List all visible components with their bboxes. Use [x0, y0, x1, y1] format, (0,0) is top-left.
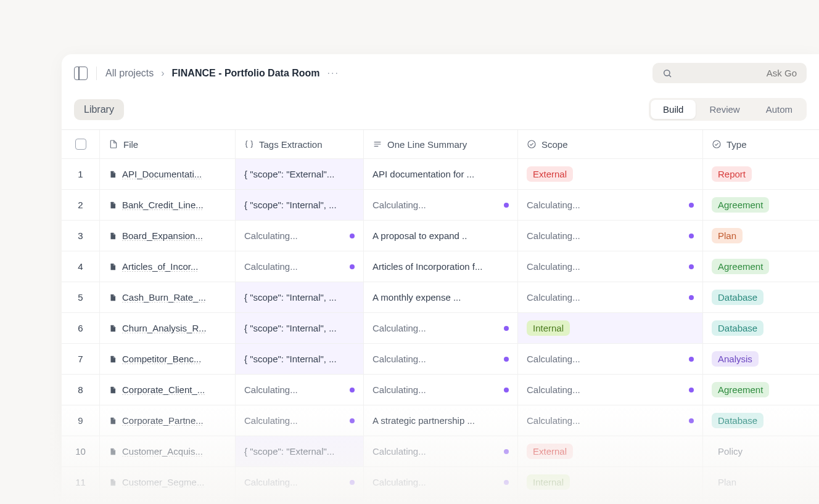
- cell-type[interactable]: Database: [703, 405, 819, 436]
- cell-tags[interactable]: Calculating...: [236, 251, 364, 282]
- col-tags[interactable]: Tags Extraction: [236, 130, 364, 158]
- cell-type[interactable]: Plan: [703, 498, 819, 504]
- cell-summary[interactable]: Calculating...: [364, 498, 518, 504]
- breadcrumb-more[interactable]: ···: [327, 68, 339, 79]
- cell-tags[interactable]: { "scope": "External"...: [236, 159, 364, 189]
- file-name[interactable]: Board_Expansion...: [122, 230, 203, 241]
- cell-file[interactable]: Cash_Burn_Rate_...: [100, 282, 236, 312]
- cell-type[interactable]: Agreement: [703, 375, 819, 405]
- col-type[interactable]: Type: [703, 130, 819, 158]
- breadcrumb-current[interactable]: FINANCE - Portfolio Data Room: [172, 68, 320, 79]
- table-row[interactable]: 4Articles_of_Incor...Calculating...Artic…: [62, 251, 819, 282]
- cell-scope[interactable]: External: [518, 159, 703, 189]
- cell-summary[interactable]: A strategic partnership ...: [364, 405, 518, 436]
- library-chip[interactable]: Library: [74, 99, 124, 120]
- tab-automate[interactable]: Autom: [754, 100, 805, 119]
- cell-scope[interactable]: Calculating...: [518, 221, 703, 251]
- cell-scope[interactable]: Internal: [518, 467, 703, 497]
- file-name[interactable]: Churn_Analysis_R...: [122, 323, 207, 333]
- cell-scope[interactable]: Calculating...: [518, 375, 703, 405]
- cell-type[interactable]: Agreement: [703, 251, 819, 282]
- checkbox-icon[interactable]: [75, 139, 86, 150]
- cell-file[interactable]: Board_Expansion...: [100, 221, 236, 251]
- cell-scope[interactable]: Calculating...: [518, 344, 703, 374]
- file-name[interactable]: Competitor_Benc...: [122, 354, 201, 364]
- cell-summary[interactable]: Calculating...: [364, 375, 518, 405]
- file-name[interactable]: Corporate_Client_...: [122, 384, 205, 395]
- cell-scope[interactable]: Calculating...: [518, 251, 703, 282]
- cell-tags[interactable]: { "scope": "Internal", ...: [236, 344, 364, 374]
- cell-summary[interactable]: Articles of Incorporation f...: [364, 251, 518, 282]
- table-row[interactable]: 1API_Documentati...{ "scope": "External"…: [62, 159, 819, 190]
- cell-file[interactable]: Articles_of_Incor...: [100, 251, 236, 282]
- cell-tags[interactable]: Calculating...: [236, 221, 364, 251]
- table-row[interactable]: 8Corporate_Client_...Calculating...Calcu…: [62, 375, 819, 405]
- cell-file[interactable]: Corporate_Partne...: [100, 405, 236, 436]
- cell-summary[interactable]: Calculating...: [364, 467, 518, 497]
- cell-summary[interactable]: A monthly expense ...: [364, 282, 518, 312]
- cell-tags[interactable]: { "scope": "Internal", ...: [236, 498, 364, 504]
- cell-tags[interactable]: { "scope": "Internal", ...: [236, 282, 364, 312]
- file-name[interactable]: Corporate_Partne...: [122, 415, 204, 426]
- col-scope[interactable]: Scope: [518, 130, 703, 158]
- cell-file[interactable]: Customer_Acquis...: [100, 436, 236, 466]
- cell-type[interactable]: Plan: [703, 467, 819, 497]
- tab-build[interactable]: Build: [651, 100, 696, 119]
- cell-tags[interactable]: Calculating...: [236, 375, 364, 405]
- cell-scope[interactable]: Calculating...: [518, 190, 703, 220]
- cell-type[interactable]: Database: [703, 282, 819, 312]
- cell-tags[interactable]: { "scope": "Internal", ...: [236, 190, 364, 220]
- file-name[interactable]: Customer_Acquis...: [122, 446, 203, 457]
- cell-type[interactable]: Database: [703, 313, 819, 343]
- cell-summary[interactable]: Calculating...: [364, 190, 518, 220]
- cell-type[interactable]: Analysis: [703, 344, 819, 374]
- cell-scope[interactable]: Internal: [518, 313, 703, 343]
- tab-review[interactable]: Review: [697, 100, 752, 119]
- file-name[interactable]: API_Documentati...: [122, 169, 202, 179]
- table-row[interactable]: 6Churn_Analysis_R...{ "scope": "Internal…: [62, 313, 819, 344]
- table-row[interactable]: 9Corporate_Partne...Calculating...A stra…: [62, 405, 819, 436]
- cell-type[interactable]: Agreement: [703, 190, 819, 220]
- breadcrumb-root[interactable]: All projects: [105, 68, 154, 79]
- table-row[interactable]: 2Bank_Credit_Line...{ "scope": "Internal…: [62, 190, 819, 221]
- cell-summary[interactable]: A proposal to expand ..: [364, 221, 518, 251]
- cell-file[interactable]: Customer_Segme...: [100, 467, 236, 497]
- cell-file[interactable]: Bank_Credit_Line...: [100, 190, 236, 220]
- search-input[interactable]: [680, 68, 797, 78]
- cell-scope[interactable]: External: [518, 436, 703, 466]
- cell-file[interactable]: Competitor_Benc...: [100, 344, 236, 374]
- file-name[interactable]: Customer_Segme...: [122, 477, 204, 487]
- table-row[interactable]: 10Customer_Acquis...{ "scope": "External…: [62, 436, 819, 467]
- file-name[interactable]: Articles_of_Incor...: [122, 261, 198, 272]
- select-all-cell[interactable]: [62, 130, 100, 158]
- cell-summary[interactable]: Calculating...: [364, 344, 518, 374]
- col-file[interactable]: File: [100, 130, 236, 158]
- file-name[interactable]: Bank_Credit_Line...: [122, 200, 204, 210]
- cell-summary[interactable]: Calculating...: [364, 313, 518, 343]
- file-name[interactable]: Cash_Burn_Rate_...: [122, 292, 206, 303]
- table-row[interactable]: 12Data_Security_Pol...{ "scope": "Intern…: [62, 498, 819, 504]
- search-box[interactable]: [652, 63, 807, 83]
- cell-file[interactable]: Churn_Analysis_R...: [100, 313, 236, 343]
- cell-scope[interactable]: Calculating...: [518, 405, 703, 436]
- cell-summary[interactable]: API documentation for ...: [364, 159, 518, 189]
- table-row[interactable]: 3Board_Expansion...Calculating...A propo…: [62, 221, 819, 251]
- cell-tags[interactable]: { "scope": "External"...: [236, 436, 364, 466]
- table-row[interactable]: 7Competitor_Benc...{ "scope": "Internal"…: [62, 344, 819, 375]
- cell-file[interactable]: API_Documentati...: [100, 159, 236, 189]
- cell-tags[interactable]: { "scope": "Internal", ...: [236, 313, 364, 343]
- cell-type[interactable]: Plan: [703, 221, 819, 251]
- cell-summary[interactable]: Calculating...: [364, 436, 518, 466]
- cell-tags[interactable]: Calculating...: [236, 405, 364, 436]
- cell-file[interactable]: Data_Security_Pol...: [100, 498, 236, 504]
- cell-tags[interactable]: Calculating...: [236, 467, 364, 497]
- col-summary[interactable]: One Line Summary: [364, 130, 518, 158]
- cell-type[interactable]: Report: [703, 159, 819, 189]
- panel-toggle-icon[interactable]: [74, 67, 88, 80]
- cell-scope[interactable]: Calculating...: [518, 282, 703, 312]
- table-row[interactable]: 5Cash_Burn_Rate_...{ "scope": "Internal"…: [62, 282, 819, 313]
- cell-scope[interactable]: Internal: [518, 498, 703, 504]
- table-row[interactable]: 11Customer_Segme...Calculating...Calcula…: [62, 467, 819, 498]
- cell-type[interactable]: Policy: [703, 436, 819, 466]
- cell-file[interactable]: Corporate_Client_...: [100, 375, 236, 405]
